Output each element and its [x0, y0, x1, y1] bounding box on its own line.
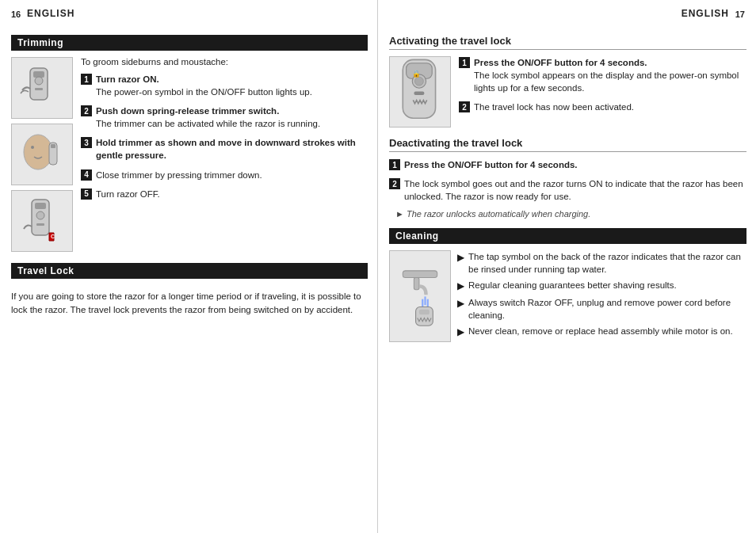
cleaning-bullet-1: ▶ The tap symbol on the back of the razo…	[457, 250, 746, 276]
bullet-arrow-2: ▶	[457, 280, 464, 293]
deactivating-title: Deactivating the travel lock	[389, 137, 746, 152]
activating-steps-area: 🔒 1 Press the ON/OFF button for 4 second…	[389, 56, 746, 128]
deact-step-2: 2 The lock symbol goes out and the razor…	[389, 177, 746, 203]
trimming-image-2	[11, 124, 73, 185]
step-num-4: 4	[81, 169, 92, 181]
bullet-arrow-4: ▶	[457, 326, 464, 339]
svg-point-10	[36, 211, 44, 219]
svg-rect-25	[419, 310, 430, 315]
activating-title: Activating the travel lock	[389, 35, 746, 50]
svg-rect-17	[414, 91, 424, 94]
cleaning-list: ▶ The tap symbol on the back of the razo…	[457, 250, 746, 339]
language-label-left: ENGLISH	[27, 8, 74, 19]
deact-step-text-2: The lock symbol goes out and the razor t…	[404, 177, 746, 203]
step-num-3: 3	[81, 137, 92, 148]
right-content-area: Activating the travel lock	[389, 35, 746, 342]
step-text-2: Push down spring-release trimmer switch.…	[96, 105, 320, 130]
act-step-text-1: Press the ON/OFF button for 4 seconds. T…	[474, 56, 746, 94]
page-number-right: 17	[735, 10, 745, 19]
trimming-images: C	[11, 57, 74, 252]
travel-lock-header: Travel Lock	[11, 263, 368, 279]
deact-step-num-2: 2	[389, 178, 400, 189]
step-num-2: 2	[81, 105, 92, 116]
trimming-image-1	[11, 57, 73, 119]
step-text-1: Turn razor ON.The power-on symbol in the…	[96, 73, 312, 98]
activating-razor-image: 🔒	[389, 56, 451, 128]
right-page: ENGLISH 17 Activating the travel lock	[378, 0, 756, 533]
step-num-1: 1	[81, 74, 92, 85]
svg-rect-3	[35, 88, 43, 90]
activating-steps: 1 Press the ON/OFF button for 4 seconds.…	[459, 56, 746, 128]
trimming-step-3: 3 Hold trimmer as shown and move in down…	[81, 136, 368, 162]
travel-lock-section: Travel Lock If you are going to store th…	[11, 263, 368, 318]
trimming-text: To groom sideburns and moustache: 1 Turn…	[81, 57, 368, 252]
activating-step-1: 1 Press the ON/OFF button for 4 seconds.…	[459, 56, 746, 94]
deactivating-note: ► The razor unlocks automatically when c…	[389, 209, 746, 219]
svg-point-5	[31, 146, 34, 149]
bullet-arrow-1: ▶	[457, 251, 464, 265]
svg-text:🔒: 🔒	[412, 69, 421, 78]
activating-step-2: 2 The travel lock has now been activated…	[459, 101, 746, 113]
cleaning-content: ▶ The tap symbol on the back of the razo…	[389, 250, 746, 342]
page-number-left: 16	[11, 10, 21, 19]
language-label-right: ENGLISH	[682, 8, 729, 19]
deact-step-num-1: 1	[389, 159, 400, 170]
step-text-4: Close trimmer by pressing trimmer down.	[96, 169, 262, 181]
trimming-intro: To groom sideburns and moustache:	[81, 57, 368, 67]
cleaning-bullet-2: ▶ Regular cleaning guarantees better sha…	[457, 279, 746, 293]
svg-rect-19	[403, 271, 437, 278]
act-step-num-2: 2	[459, 101, 470, 112]
cleaning-section: Cleaning	[389, 228, 746, 342]
trimming-header: Trimming	[11, 35, 368, 51]
trimming-step-2: 2 Push down spring-release trimmer switc…	[81, 105, 368, 130]
act-step-num-1: 1	[459, 57, 470, 68]
manual-page: 16 ENGLISH Trimming	[0, 0, 756, 533]
cleaning-bullet-3: ▶ Always switch Razor OFF, unplug and re…	[457, 296, 746, 322]
act-step-text-2: The travel lock has now been activated.	[474, 101, 634, 113]
svg-rect-11	[36, 223, 44, 226]
travel-lock-body: If you are going to store the razor for …	[11, 285, 368, 318]
activating-section: Activating the travel lock	[389, 35, 746, 128]
bullet-arrow-3: ▶	[457, 297, 464, 310]
deact-step-text-1: Press the ON/OFF button for 4 seconds.	[404, 158, 578, 171]
deact-step-1: 1 Press the ON/OFF button for 4 seconds.	[389, 158, 746, 171]
left-content-area: Trimming	[11, 35, 368, 318]
trimming-image-3: C	[11, 190, 73, 252]
deactivating-steps: 1 Press the ON/OFF button for 4 seconds.…	[389, 158, 746, 219]
svg-rect-9	[35, 203, 46, 209]
left-page: 16 ENGLISH Trimming	[0, 0, 378, 533]
cleaning-bullets: ▶ The tap symbol on the back of the razo…	[457, 250, 746, 342]
svg-rect-20	[414, 277, 419, 289]
svg-point-2	[35, 77, 43, 85]
cleaning-image	[389, 250, 451, 342]
deactivating-section: Deactivating the travel lock 1 Press the…	[389, 137, 746, 219]
cleaning-bullet-4: ▶ Never clean, remove or replace head as…	[457, 325, 746, 339]
step-num-5: 5	[81, 188, 92, 200]
step-text-3: Hold trimmer as shown and move in downwa…	[96, 136, 368, 162]
svg-point-16	[414, 77, 423, 86]
svg-point-4	[24, 135, 52, 169]
activating-image-col: 🔒	[389, 56, 452, 128]
svg-text:C: C	[51, 234, 55, 239]
trimming-content: C To groom sideburns and moustache: 1 Tu…	[11, 57, 368, 252]
svg-rect-7	[51, 144, 55, 148]
cleaning-header: Cleaning	[389, 228, 746, 244]
step-text-5: Turn razor OFF.	[96, 188, 160, 200]
trimming-section: Trimming	[11, 35, 368, 252]
trimming-step-1: 1 Turn razor ON.The power-on symbol in t…	[81, 73, 368, 98]
trimming-step-5: 5 Turn razor OFF.	[81, 188, 368, 200]
trimming-step-4: 4 Close trimmer by pressing trimmer down…	[81, 169, 368, 181]
